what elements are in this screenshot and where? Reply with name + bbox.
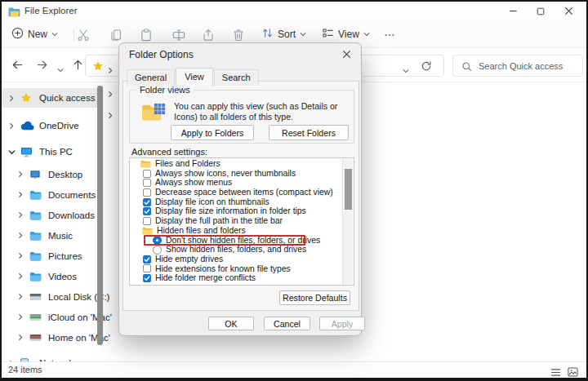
section-collapse-icon[interactable] — [107, 86, 114, 94]
maximize-button[interactable] — [529, 3, 552, 19]
sidebar-item-label: Pictures — [48, 251, 82, 261]
search-box[interactable] — [452, 55, 583, 77]
dialog-close-button[interactable] — [341, 49, 352, 60]
checkbox[interactable] — [143, 179, 151, 187]
checkbox[interactable] — [143, 255, 151, 264]
up-button[interactable] — [72, 59, 85, 72]
checkbox[interactable] — [143, 170, 151, 178]
chevron-right-icon[interactable] — [17, 313, 24, 321]
folder-icon — [29, 251, 43, 261]
sidebar-item-desktop[interactable]: Desktop — [2, 164, 98, 184]
details-view-icon[interactable] — [550, 365, 562, 376]
chevron-down-icon[interactable] — [8, 148, 16, 156]
advanced-setting-row[interactable]: Display file icon on thumbnails — [131, 197, 342, 207]
maximize-icon — [537, 4, 545, 19]
title-bar: File Explorer — [2, 2, 586, 21]
section-collapse-icon[interactable] — [107, 108, 114, 115]
sidebar-item-downloads[interactable]: Downloads — [2, 205, 98, 225]
chevron-right-icon[interactable] — [8, 122, 16, 130]
advanced-setting-row[interactable]: Hide extensions for known file types — [131, 264, 342, 274]
checkbox[interactable] — [143, 217, 151, 225]
advanced-group-row[interactable]: Hidden files and folders — [131, 226, 342, 236]
back-button[interactable] — [11, 59, 24, 72]
advanced-setting-row[interactable]: Show hidden files, folders, and drives — [131, 245, 342, 255]
advanced-setting-row[interactable]: Hide folder merge conflicts — [131, 273, 342, 283]
sidebar-item-icloud-on-mac[interactable]: iCloud on 'Mac' — [2, 307, 98, 327]
sidebar-item-label: Music — [48, 231, 73, 241]
chevron-right-icon[interactable] — [17, 252, 24, 259]
advanced-group-row[interactable]: Files and Folders — [131, 159, 342, 169]
chevron-down-icon — [363, 29, 370, 40]
cancel-button[interactable]: Cancel — [264, 317, 310, 330]
sidebar-scrollbar[interactable] — [97, 86, 103, 345]
sidebar-item-label: Videos — [48, 272, 77, 281]
new-button[interactable]: New — [11, 27, 58, 42]
advanced-setting-row[interactable]: Always show icons, never thumbnails — [131, 169, 342, 179]
tab-search[interactable]: Search — [214, 69, 259, 86]
delete-button[interactable] — [232, 29, 245, 42]
sidebar-item-this-pc[interactable]: This PC — [2, 142, 98, 162]
share-button[interactable] — [202, 29, 215, 42]
checkbox[interactable] — [143, 274, 151, 282]
advanced-setting-row[interactable]: Display the full path in the title bar — [131, 216, 342, 226]
advanced-setting-row[interactable]: Display file size information in folder … — [131, 206, 342, 216]
apply-button[interactable]: Apply — [319, 317, 365, 330]
sidebar-item-pictures[interactable]: Pictures — [2, 246, 98, 266]
chevron-right-icon[interactable] — [17, 171, 24, 178]
sidebar-item-home-on-mac[interactable]: Home on 'Mac' — [2, 327, 98, 348]
folder-views-group: Folder views You can apply this view (su… — [129, 90, 354, 144]
chevron-right-icon[interactable] — [8, 95, 16, 102]
checkbox[interactable] — [143, 198, 151, 206]
copy-button[interactable] — [109, 29, 122, 42]
chevron-right-icon[interactable] — [17, 191, 24, 198]
minimize-button[interactable] — [501, 3, 524, 19]
close-button[interactable] — [557, 3, 580, 19]
chevron-right-icon[interactable] — [17, 211, 24, 219]
refresh-icon[interactable] — [421, 60, 432, 72]
folder-icon — [29, 190, 43, 200]
advanced-group-label: Files and Folders — [155, 159, 220, 169]
apply-to-folders-button[interactable]: Apply to Folders — [171, 125, 254, 140]
ok-button[interactable]: OK — [208, 317, 254, 330]
checkbox[interactable] — [143, 188, 151, 197]
reset-folders-button[interactable]: Reset Folders — [269, 125, 349, 140]
paste-button[interactable] — [140, 29, 153, 42]
radio-button[interactable] — [153, 246, 162, 255]
search-input[interactable] — [479, 61, 577, 71]
address-dropdown-icon[interactable] — [403, 63, 409, 78]
advanced-setting-row[interactable]: Decrease space between items (compact vi… — [131, 188, 342, 197]
advanced-setting-row-dont-show-hidden[interactable]: Don't show hidden files, folders, or dri… — [131, 236, 342, 246]
checkbox[interactable] — [143, 264, 151, 272]
list-scrollbar[interactable] — [342, 159, 353, 284]
sidebar-item-music[interactable]: Music — [2, 225, 98, 246]
tab-general[interactable]: General — [127, 69, 175, 86]
sidebar-item-documents[interactable]: Documents — [2, 184, 98, 205]
chevron-right-icon[interactable] — [17, 232, 24, 239]
sidebar-item-label: OneDrive — [39, 121, 79, 131]
see-more-button[interactable] — [384, 29, 397, 42]
chevron-right-icon[interactable] — [17, 272, 24, 280]
radio-button[interactable] — [153, 236, 162, 245]
advanced-setting-row[interactable]: Hide protected operating system files (R… — [131, 283, 342, 284]
advanced-setting-row[interactable]: Hide empty drives — [131, 255, 342, 264]
tab-view[interactable]: View — [176, 68, 213, 86]
restore-defaults-button[interactable]: Restore Defaults — [279, 290, 350, 305]
chevron-right-icon[interactable] — [17, 334, 24, 341]
list-scrollbar-thumb[interactable] — [345, 169, 352, 210]
recent-locations-button[interactable] — [57, 62, 65, 75]
sidebar-item-onedrive[interactable]: OneDrive — [2, 116, 98, 135]
rename-button[interactable] — [172, 29, 185, 42]
chevron-right-icon[interactable] — [17, 293, 24, 300]
checkbox[interactable] — [143, 207, 151, 215]
folder-icon — [29, 231, 43, 241]
large-icons-view-icon[interactable] — [568, 365, 579, 376]
cut-button[interactable] — [77, 29, 90, 42]
sidebar-item-local-disk-c[interactable]: Local Disk (C:) — [2, 286, 98, 307]
sidebar-item-videos[interactable]: Videos — [2, 266, 98, 286]
sidebar-item-quick-access[interactable]: Quick access — [2, 88, 98, 108]
sort-button[interactable]: Sort — [261, 27, 306, 42]
advanced-setting-row[interactable]: Always show menus — [131, 178, 342, 188]
breadcrumb-chevron-icon — [107, 63, 114, 78]
view-button[interactable]: View — [322, 27, 370, 42]
forward-button[interactable] — [36, 59, 49, 72]
